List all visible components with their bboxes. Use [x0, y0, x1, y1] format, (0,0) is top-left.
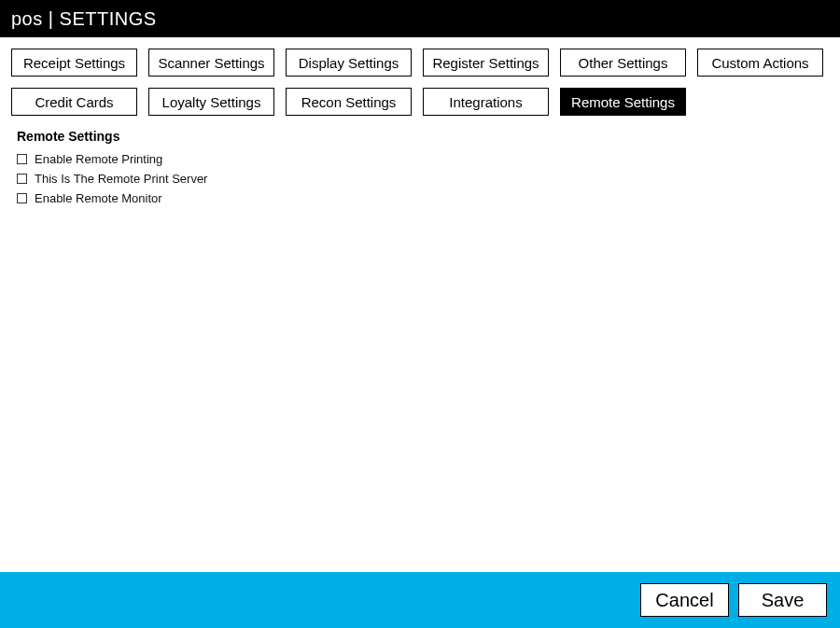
tab-display-settings[interactable]: Display Settings — [286, 49, 412, 77]
checkbox-icon — [17, 193, 27, 203]
settings-content: Remote Settings Enable Remote Printing T… — [0, 121, 840, 572]
option-enable-remote-printing[interactable]: Enable Remote Printing — [17, 149, 823, 169]
tab-recon-settings[interactable]: Recon Settings — [286, 88, 412, 116]
checkbox-icon — [17, 154, 27, 164]
tab-register-settings[interactable]: Register Settings — [423, 49, 549, 77]
cancel-button[interactable]: Cancel — [640, 583, 729, 617]
settings-tab-row: Receipt Settings Scanner Settings Displa… — [0, 37, 840, 121]
tab-credit-cards[interactable]: Credit Cards — [11, 88, 137, 116]
window-title: pos | SETTINGS — [11, 8, 157, 30]
tab-loyalty-settings[interactable]: Loyalty Settings — [148, 88, 274, 116]
tab-receipt-settings[interactable]: Receipt Settings — [11, 49, 137, 77]
tab-remote-settings[interactable]: Remote Settings — [560, 88, 686, 116]
window-titlebar: pos | SETTINGS — [0, 0, 840, 37]
tab-integrations[interactable]: Integrations — [423, 88, 549, 116]
option-enable-remote-monitor[interactable]: Enable Remote Monitor — [17, 188, 823, 208]
tab-other-settings[interactable]: Other Settings — [560, 49, 686, 77]
option-remote-print-server[interactable]: This Is The Remote Print Server — [17, 169, 823, 188]
checkbox-icon — [17, 174, 27, 184]
section-title: Remote Settings — [17, 129, 823, 144]
option-label: This Is The Remote Print Server — [35, 172, 207, 186]
option-label: Enable Remote Monitor — [35, 191, 162, 205]
save-button[interactable]: Save — [738, 583, 827, 617]
tab-scanner-settings[interactable]: Scanner Settings — [148, 49, 274, 77]
dialog-footer: Cancel Save — [0, 572, 840, 628]
option-label: Enable Remote Printing — [35, 152, 162, 166]
tab-custom-actions[interactable]: Custom Actions — [697, 49, 823, 77]
